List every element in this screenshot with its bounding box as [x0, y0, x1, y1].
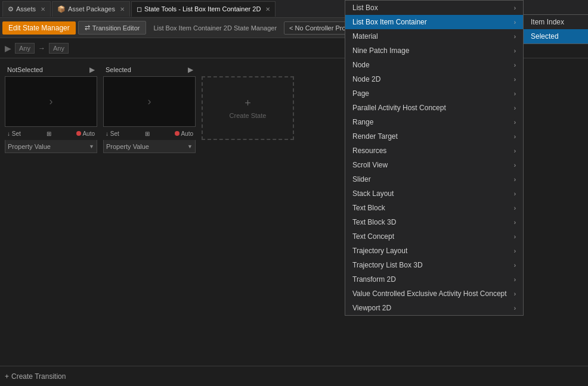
dropdown-item-label-10: Resources — [352, 147, 386, 155]
dropdown-item-11[interactable]: Scroll View› — [345, 158, 523, 172]
dropdown-item-arrow-7: › — [514, 105, 516, 111]
dropdown-item-arrow-9: › — [514, 133, 516, 140]
dropdown-item-16[interactable]: Text Concept› — [345, 229, 523, 244]
dropdown-item-label-4: Node — [352, 61, 370, 69]
dropdown-item-label-21: Viewport 2D — [352, 304, 391, 312]
dropdown-item-6[interactable]: Page› — [345, 86, 523, 101]
dropdown-item-21[interactable]: Viewport 2D› — [345, 301, 523, 315]
dropdown-item-arrow-18: › — [514, 262, 516, 269]
dropdown-item-10[interactable]: Resources› — [345, 144, 523, 158]
dropdown-item-arrow-13: › — [514, 191, 516, 197]
dropdown-item-label-12: Slider — [352, 175, 371, 183]
dropdown-menu: List Box›List Box Item Container›Materia… — [345, 0, 524, 316]
dropdown-item-0[interactable]: List Box› — [345, 1, 523, 15]
submenu-item-1[interactable]: Selected — [524, 29, 588, 43]
dropdown-item-label-5: Node 2D — [352, 75, 380, 83]
dropdown-item-arrow-17: › — [514, 248, 516, 254]
dropdown-item-arrow-8: › — [514, 119, 516, 126]
dropdown-item-14[interactable]: Text Block› — [345, 201, 523, 215]
dropdown-item-13[interactable]: Stack Layout› — [345, 186, 523, 201]
dropdown-overlay[interactable]: List Box›List Box Item Container›Materia… — [0, 0, 588, 386]
dropdown-item-arrow-1: › — [514, 19, 516, 26]
dropdown-item-label-9: Render Target — [352, 132, 398, 141]
dropdown-item-label-18: Trajectory List Box 3D — [352, 261, 423, 269]
dropdown-item-label-14: Text Block — [352, 204, 385, 212]
submenu-item-0[interactable]: Item Index — [524, 15, 588, 29]
dropdown-item-20[interactable]: Value Controlled Exclusive Activity Host… — [345, 287, 523, 301]
dropdown-item-label-16: Text Concept — [352, 232, 394, 241]
dropdown-item-2[interactable]: Material› — [345, 29, 523, 43]
dropdown-item-15[interactable]: Text Block 3D› — [345, 215, 523, 229]
dropdown-item-12[interactable]: Slider› — [345, 172, 523, 186]
dropdown-item-1[interactable]: List Box Item Container› — [345, 15, 523, 29]
dropdown-item-arrow-21: › — [514, 305, 516, 312]
dropdown-item-arrow-19: › — [514, 276, 516, 283]
dropdown-item-18[interactable]: Trajectory List Box 3D› — [345, 258, 523, 272]
dropdown-item-5[interactable]: Node 2D› — [345, 72, 523, 86]
dropdown-item-arrow-11: › — [514, 162, 516, 169]
dropdown-item-arrow-12: › — [514, 176, 516, 183]
dropdown-item-8[interactable]: Range› — [345, 115, 523, 129]
dropdown-item-label-7: Parallel Activity Host Concept — [352, 104, 446, 112]
dropdown-item-9[interactable]: Render Target› — [345, 129, 523, 144]
dropdown-item-label-0: List Box — [352, 4, 378, 12]
dropdown-item-arrow-15: › — [514, 219, 516, 226]
dropdown-item-17[interactable]: Trajectory Layout› — [345, 244, 523, 258]
dropdown-item-arrow-10: › — [514, 148, 516, 154]
dropdown-item-label-19: Transform 2D — [352, 275, 396, 284]
dropdown-item-label-3: Nine Patch Image — [352, 46, 409, 55]
submenu: Item IndexSelected — [523, 14, 588, 44]
dropdown-item-arrow-16: › — [514, 234, 516, 240]
dropdown-item-label-6: Page — [352, 89, 369, 98]
dropdown-item-label-17: Trajectory Layout — [352, 247, 407, 255]
dropdown-item-arrow-6: › — [514, 91, 516, 97]
dropdown-item-label-11: Scroll View — [352, 161, 388, 169]
dropdown-item-arrow-3: › — [514, 48, 516, 54]
dropdown-item-arrow-14: › — [514, 205, 516, 211]
dropdown-item-label-2: Material — [352, 32, 378, 41]
dropdown-item-arrow-2: › — [514, 33, 516, 40]
dropdown-item-label-13: Stack Layout — [352, 189, 394, 198]
dropdown-item-3[interactable]: Nine Patch Image› — [345, 43, 523, 58]
dropdown-item-label-8: Range — [352, 118, 373, 126]
dropdown-item-arrow-0: › — [514, 5, 516, 11]
dropdown-item-7[interactable]: Parallel Activity Host Concept› — [345, 101, 523, 115]
dropdown-item-label-20: Value Controlled Exclusive Activity Host… — [352, 290, 507, 298]
dropdown-item-4[interactable]: Node› — [345, 58, 523, 72]
dropdown-item-arrow-20: › — [514, 291, 516, 297]
dropdown-item-19[interactable]: Transform 2D› — [345, 272, 523, 287]
dropdown-item-arrow-5: › — [514, 76, 516, 83]
dropdown-item-arrow-4: › — [514, 62, 516, 69]
dropdown-item-label-1: List Box Item Container — [352, 18, 427, 26]
dropdown-item-label-15: Text Block 3D — [352, 218, 396, 226]
